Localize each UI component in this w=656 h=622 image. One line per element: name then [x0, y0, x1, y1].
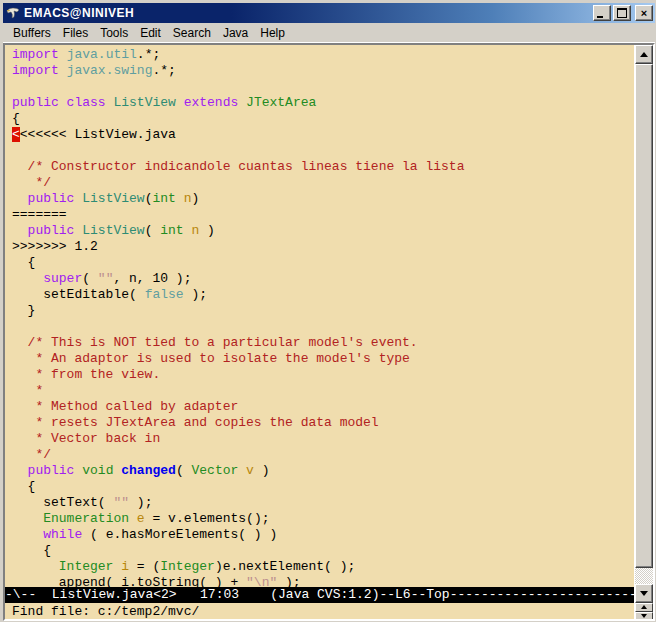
code-token: extends [176, 95, 238, 110]
menu-item-files[interactable]: Files [57, 24, 94, 42]
code-token: { [12, 543, 51, 558]
code-token: <<<<<< ListView.java [20, 127, 176, 142]
scrollbar-down-button[interactable] [635, 584, 653, 603]
code-token: Integer [160, 559, 215, 574]
code-token: "\n" [246, 575, 277, 587]
code-token: ListView [82, 191, 144, 206]
menu-item-buffers[interactable]: Buffers [7, 24, 57, 42]
code-line: import java.util.*; [12, 47, 634, 63]
code-token: while [43, 527, 82, 542]
code-token: super [43, 271, 82, 286]
code-token: * Method called by adapter [12, 399, 238, 414]
menu-item-edit[interactable]: Edit [134, 24, 167, 42]
code-line: public ListView( int n ) [12, 223, 634, 239]
minibuffer-row: Find file: c:/temp2/mvc/ [5, 603, 653, 620]
code-token: ( [82, 271, 98, 286]
code-line: Integer i = (Integer)e.nextElement( ); [12, 559, 634, 575]
arrow-down-icon [641, 614, 647, 618]
code-line: */ [12, 175, 634, 191]
code-token: Vector [191, 463, 238, 478]
code-token: append( i.toString( ) + [12, 575, 246, 587]
minimize-button[interactable] [593, 5, 611, 21]
code-token: /* This is NOT tied to a particular mode… [12, 335, 418, 350]
code-token [12, 511, 43, 526]
emacs-frame: import java.util.*;import javax.swing.*;… [3, 43, 655, 621]
scrollbar-thumb[interactable] [635, 64, 653, 568]
code-line: setEditable( false ); [12, 287, 634, 303]
code-token: JTextArea [246, 95, 316, 110]
code-token: ); [184, 287, 207, 302]
code-token: java.util [67, 47, 137, 62]
scrollbar-up-button[interactable] [635, 45, 653, 64]
menu-item-search[interactable]: Search [167, 24, 217, 42]
code-token: { [12, 111, 20, 126]
minibuffer-scroll-up-button[interactable] [635, 603, 653, 612]
code-token: ( [145, 223, 161, 238]
code-token [12, 223, 28, 238]
code-token: * from the view. [12, 367, 160, 382]
vertical-scrollbar[interactable] [634, 45, 653, 603]
code-token: changed [121, 463, 176, 478]
code-token: false [145, 287, 184, 302]
code-token: void [82, 463, 113, 478]
code-token: * [12, 383, 43, 398]
code-token: v [246, 463, 254, 478]
menu-item-tools[interactable]: Tools [94, 24, 134, 42]
code-line: * from the view. [12, 367, 634, 383]
code-token: /* Constructor indicandole cuantas linea… [12, 159, 464, 174]
text-cursor: < [12, 127, 20, 142]
code-token [12, 559, 59, 574]
minibuffer[interactable]: Find file: c:/temp2/mvc/ [5, 603, 634, 620]
maximize-button[interactable] [613, 5, 631, 21]
code-token: } [12, 303, 35, 318]
code-token: { [12, 255, 35, 270]
code-line [12, 319, 634, 335]
emacs-gnu-icon [5, 5, 21, 21]
code-token [12, 191, 28, 206]
code-token: .*; [137, 47, 160, 62]
code-token: i [121, 559, 129, 574]
code-token: "" [113, 495, 129, 510]
code-token: import [12, 47, 59, 62]
minibuffer-scrollbar[interactable] [634, 603, 653, 620]
code-area[interactable]: import java.util.*;import javax.swing.*;… [5, 45, 634, 587]
code-token: */ [12, 175, 51, 190]
code-token [12, 463, 28, 478]
code-line: setText( "" ); [12, 495, 634, 511]
code-token: ) [199, 223, 215, 238]
close-icon: × [641, 8, 647, 19]
code-token: int [160, 223, 183, 238]
menu-item-help[interactable]: Help [254, 24, 291, 42]
code-token [59, 63, 67, 78]
code-token: )e.nextElement( ); [215, 559, 355, 574]
code-line: append( i.toString( ) + "\n" ); [12, 575, 634, 587]
code-token: ( e.hasMoreElements( ) ) [82, 527, 277, 542]
code-line: } [12, 303, 634, 319]
minimize-icon [597, 16, 603, 18]
code-line [12, 143, 634, 159]
code-line: * An adaptor is used to isolate the mode… [12, 351, 634, 367]
window-title: EMACS@NINIVEH [24, 6, 591, 20]
code-token: = v.elements(); [145, 511, 270, 526]
code-line: */ [12, 447, 634, 463]
code-token: ListView [113, 95, 175, 110]
menu-item-java[interactable]: Java [217, 24, 254, 42]
code-token: .*; [152, 63, 175, 78]
scrollbar-trough[interactable] [635, 568, 653, 584]
code-token [176, 191, 184, 206]
code-token [12, 271, 43, 286]
minibuffer-scroll-down-button[interactable] [635, 612, 653, 621]
code-line: * resets JTextArea and copies the data m… [12, 415, 634, 431]
main-row: import java.util.*;import javax.swing.*;… [5, 45, 653, 603]
code-token: ) [254, 463, 270, 478]
arrow-down-icon [640, 591, 648, 596]
code-token [59, 47, 67, 62]
title-bar: EMACS@NINIVEH × [3, 3, 655, 23]
code-token: ======= [12, 207, 67, 222]
code-column: import java.util.*;import javax.swing.*;… [5, 45, 634, 603]
maximize-icon [617, 8, 627, 18]
code-line: Enumeration e = v.elements(); [12, 511, 634, 527]
code-token: public [28, 191, 75, 206]
code-line: ======= [12, 207, 634, 223]
close-button[interactable]: × [635, 5, 653, 21]
